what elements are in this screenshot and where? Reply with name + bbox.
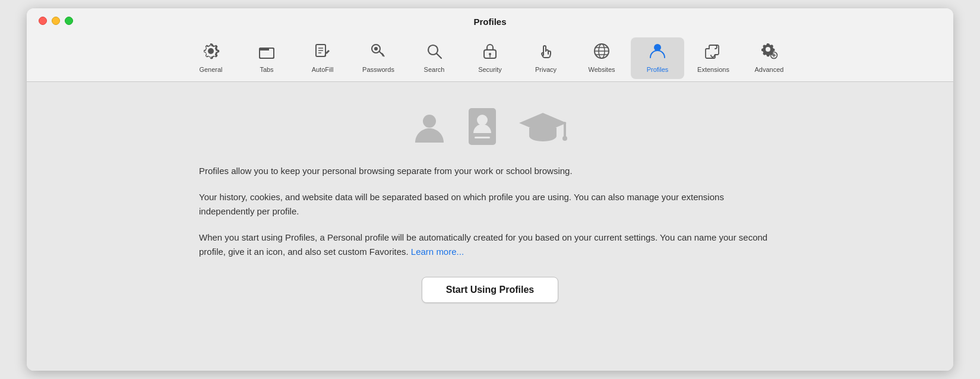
autofill-icon — [314, 42, 331, 63]
tab-advanced-label: Advanced — [755, 66, 784, 73]
person-icon — [649, 42, 666, 63]
preferences-window: Profiles General Tabs — [27, 8, 953, 371]
tab-privacy-label: Privacy — [535, 66, 557, 73]
svg-point-8 — [428, 45, 438, 55]
svg-point-20 — [477, 115, 488, 125]
lock-icon — [482, 42, 498, 63]
svg-point-18 — [423, 115, 436, 128]
graduation-cap-icon — [516, 108, 570, 147]
svg-line-9 — [437, 54, 442, 59]
gear-advanced-icon — [760, 42, 779, 63]
tab-autofill-label: AutoFill — [312, 66, 334, 73]
close-button[interactable] — [39, 17, 47, 25]
window-title: Profiles — [473, 17, 506, 27]
tab-security[interactable]: Security — [463, 37, 517, 79]
paragraph-2: Your history, cookies, and website data … — [199, 190, 781, 219]
description-block: Profiles allow you to keep your personal… — [199, 164, 781, 271]
tab-advanced[interactable]: Advanced — [742, 37, 796, 79]
svg-point-7 — [374, 47, 378, 50]
profile-illustration — [410, 106, 570, 147]
gear-icon — [202, 42, 220, 63]
paragraph-1: Profiles allow you to keep your personal… — [199, 164, 781, 178]
search-icon — [425, 42, 443, 63]
tab-tabs[interactable]: Tabs — [240, 37, 293, 79]
maximize-button[interactable] — [65, 17, 73, 25]
tab-general[interactable]: General — [184, 37, 238, 79]
tab-tabs-label: Tabs — [260, 66, 273, 73]
tab-security-label: Security — [478, 66, 502, 73]
tab-websites[interactable]: Websites — [575, 37, 628, 79]
key-icon — [369, 42, 387, 63]
tab-search-label: Search — [424, 66, 445, 73]
tab-passwords-label: Passwords — [362, 66, 394, 73]
tab-general-label: General — [199, 66, 222, 73]
toolbar: General Tabs — [27, 33, 953, 79]
id-card-icon — [466, 106, 498, 147]
tab-autofill[interactable]: AutoFill — [296, 37, 349, 79]
tab-privacy[interactable]: Privacy — [519, 37, 573, 79]
hand-icon — [538, 42, 554, 63]
minimize-button[interactable] — [52, 17, 60, 25]
button-row: Start Using Profiles — [122, 271, 858, 303]
person-profile-icon — [410, 109, 448, 147]
content-area: Profiles allow you to keep your personal… — [27, 82, 953, 371]
window-controls — [39, 17, 73, 25]
learn-more-link[interactable]: Learn more... — [411, 247, 464, 257]
start-using-profiles-button[interactable]: Start Using Profiles — [422, 277, 558, 303]
tab-extensions[interactable]: Extensions — [687, 37, 740, 79]
tab-extensions-label: Extensions — [697, 66, 729, 73]
paragraph-3: When you start using Profiles, a Persona… — [199, 230, 781, 259]
globe-icon — [593, 42, 611, 63]
tab-profiles-label: Profiles — [647, 66, 669, 73]
tabs-icon — [258, 42, 276, 63]
tab-websites-label: Websites — [588, 66, 615, 73]
tab-profiles[interactable]: Profiles — [631, 37, 684, 79]
svg-point-24 — [562, 136, 567, 141]
svg-rect-21 — [475, 137, 490, 138]
paragraph-3-text: When you start using Profiles, a Persona… — [199, 232, 767, 257]
titlebar: Profiles — [27, 8, 953, 33]
puzzle-icon — [704, 42, 722, 63]
tab-passwords[interactable]: Passwords — [352, 37, 405, 79]
tab-search[interactable]: Search — [407, 37, 461, 79]
